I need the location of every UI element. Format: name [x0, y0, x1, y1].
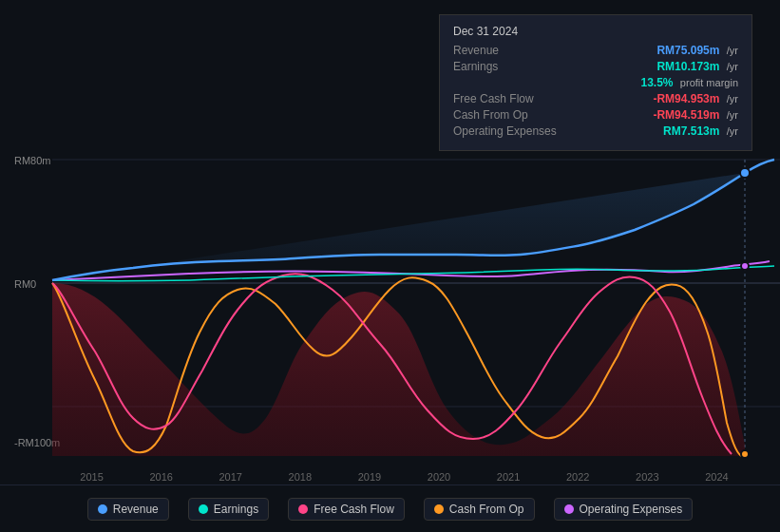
- tooltip-value-fcf: -RM94.953m /yr: [653, 92, 738, 105]
- tooltip-value-revenue: RM75.095m /yr: [656, 44, 738, 57]
- tooltip-label-cashop: Cash From Op: [453, 108, 528, 122]
- svg-point-6: [741, 450, 749, 458]
- svg-point-5: [741, 262, 749, 270]
- tooltip-label-fcf: Free Cash Flow: [453, 92, 534, 105]
- tooltip-row-earnings: Earnings RM10.173m /yr: [453, 60, 738, 73]
- legend-earnings[interactable]: Earnings: [188, 498, 269, 521]
- tooltip-value-cashop: -RM94.519m /yr: [653, 108, 738, 122]
- svg-point-4: [740, 168, 750, 178]
- tooltip-date: Dec 31 2024: [453, 25, 738, 38]
- x-axis-labels: 2015 2016 2017 2018 2019 2020 2021 2022 …: [0, 471, 780, 483]
- x-label-2020: 2020: [428, 471, 450, 483]
- x-label-2023: 2023: [636, 471, 658, 483]
- tooltip-value-earnings: RM10.173m /yr: [656, 60, 738, 73]
- legend-dot-revenue: [98, 504, 107, 514]
- x-label-2016: 2016: [149, 471, 172, 483]
- legend-opex[interactable]: Operating Expenses: [554, 498, 694, 521]
- tooltip-row-revenue: Revenue RM75.095m /yr: [453, 44, 738, 57]
- legend-cashop[interactable]: Cash From Op: [424, 498, 535, 521]
- legend-label-earnings: Earnings: [214, 503, 258, 516]
- legend-bar: Revenue Earnings Free Cash Flow Cash Fro…: [0, 484, 780, 532]
- legend-label-cashop: Cash From Op: [449, 503, 524, 516]
- legend-dot-earnings: [199, 504, 208, 514]
- tooltip-label-opex: Operating Expenses: [453, 124, 557, 138]
- x-label-2022: 2022: [566, 471, 589, 483]
- tooltip-row-cashop: Cash From Op -RM94.519m /yr: [453, 108, 738, 122]
- legend-label-revenue: Revenue: [113, 503, 159, 516]
- tooltip-label-earnings: Earnings: [453, 60, 498, 73]
- x-label-2018: 2018: [289, 471, 312, 483]
- tooltip-box: Dec 31 2024 Revenue RM75.095m /yr Earnin…: [439, 14, 752, 151]
- tooltip-row-fcf: Free Cash Flow -RM94.953m /yr: [453, 92, 738, 105]
- tooltip-value-opex: RM7.513m /yr: [663, 124, 738, 138]
- legend-dot-fcf: [298, 504, 308, 514]
- legend-dot-opex: [564, 504, 574, 514]
- legend-revenue[interactable]: Revenue: [87, 498, 169, 521]
- x-label-2017: 2017: [219, 471, 241, 483]
- legend-fcf[interactable]: Free Cash Flow: [288, 498, 405, 521]
- legend-label-fcf: Free Cash Flow: [314, 503, 394, 516]
- x-label-2021: 2021: [497, 471, 520, 483]
- x-label-2015: 2015: [80, 471, 103, 483]
- tooltip-row-margin: 13.5% profit margin: [453, 76, 738, 89]
- x-label-2024: 2024: [705, 471, 728, 483]
- tooltip-value-margin: 13.5% profit margin: [641, 76, 739, 89]
- tooltip-label-revenue: Revenue: [453, 44, 499, 57]
- tooltip-row-opex: Operating Expenses RM7.513m /yr: [453, 124, 738, 138]
- legend-dot-cashop: [434, 504, 444, 514]
- legend-label-opex: Operating Expenses: [580, 503, 683, 516]
- x-label-2019: 2019: [358, 471, 381, 483]
